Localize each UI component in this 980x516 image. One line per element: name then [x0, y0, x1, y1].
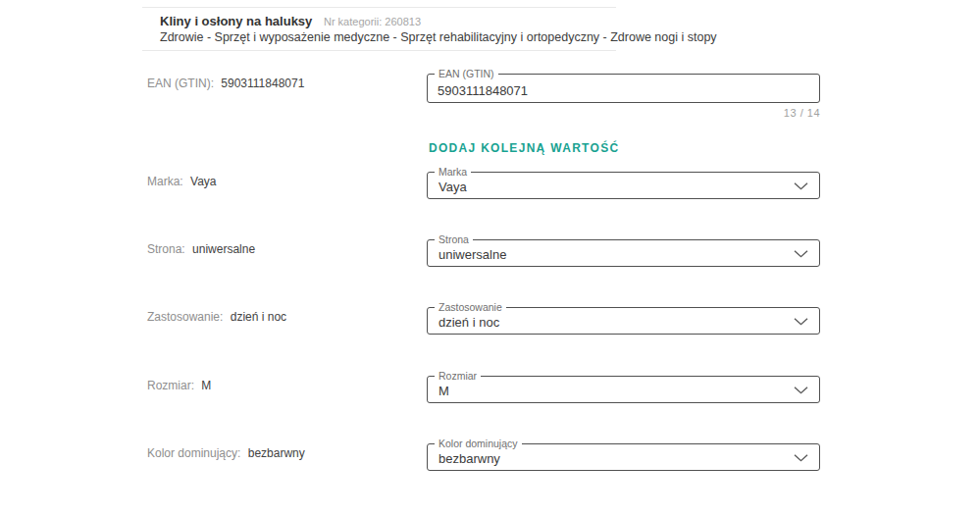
attribute-summary-zastosowanie: Zastosowanie: dzień i noc	[147, 310, 286, 324]
ean-summary-value: 5903111848071	[221, 77, 304, 90]
dropdown-value: dzień i noc	[438, 316, 499, 330]
chevron-down-icon	[794, 454, 808, 462]
dropdown-value: Vaya	[438, 181, 467, 194]
dropdown-label: Strona	[435, 234, 473, 245]
dropdown-kolor-dominujacy[interactable]: Kolor dominujący bezbarwny	[427, 443, 820, 471]
chevron-down-icon	[794, 318, 808, 326]
ean-counter: 13 / 14	[427, 107, 820, 119]
category-number: Nr kategorii: 260813	[324, 16, 421, 27]
category-breadcrumb: Zdrowie - Sprzęt i wyposażenie medyczne …	[160, 30, 616, 45]
attribute-summary-label: Zastosowanie:	[147, 310, 223, 324]
ean-summary-label: EAN (GTIN):	[147, 77, 214, 90]
chevron-down-icon	[794, 250, 808, 258]
dropdown-value: uniwersalne	[438, 248, 506, 262]
chevron-down-icon	[794, 182, 808, 190]
attribute-summary-rozmiar: Rozmiar: M	[147, 379, 211, 392]
dropdown-label: Rozmiar	[435, 371, 481, 382]
chevron-down-icon	[794, 387, 808, 394]
category-header: Kliny i osłony na haluksy Nr kategorii: …	[142, 7, 616, 51]
attribute-summary-value: bezbarwny	[248, 446, 305, 460]
attribute-summary-value: Vaya	[190, 175, 216, 188]
dropdown-rozmiar[interactable]: Rozmiar M	[427, 376, 820, 403]
dropdown-label: Marka	[435, 167, 471, 178]
dropdown-value: bezbarwny	[438, 452, 500, 466]
category-title-line: Kliny i osłony na haluksy Nr kategorii: …	[160, 14, 616, 29]
attribute-summary-label: Rozmiar:	[147, 379, 194, 392]
ean-summary: EAN (GTIN): 5903111848071	[147, 77, 304, 90]
attribute-summary-value: dzień i noc	[231, 310, 286, 324]
dropdown-zastosowanie[interactable]: Zastosowanie dzień i noc	[427, 307, 820, 335]
dropdown-value: M	[438, 385, 449, 398]
attribute-summary-label: Kolor dominujący:	[147, 446, 240, 460]
ean-input[interactable]	[428, 75, 819, 102]
dropdown-label: Zastosowanie	[435, 302, 506, 313]
dropdown-strona[interactable]: Strona uniwersalne	[427, 239, 820, 267]
dropdown-marka[interactable]: Marka Vaya	[427, 172, 820, 199]
attribute-summary-strona: Strona: uniwersalne	[147, 242, 255, 256]
ean-field: EAN (GTIN)	[427, 74, 820, 103]
attribute-edit-page: { "header": { "category_name": "Kliny i …	[0, 0, 980, 516]
dropdown-label: Kolor dominujący	[435, 439, 522, 449]
add-another-value-button[interactable]: DODAJ KOLEJNĄ WARTOŚĆ	[429, 141, 619, 155]
attribute-summary-value: uniwersalne	[192, 242, 255, 256]
attribute-summary-marka: Marka: Vaya	[147, 175, 217, 188]
attribute-summary-kolor-dominujacy: Kolor dominujący: bezbarwny	[147, 446, 305, 460]
attribute-summary-value: M	[201, 379, 211, 392]
attribute-summary-label: Marka:	[147, 175, 183, 188]
attribute-summary-label: Strona:	[147, 242, 185, 256]
category-title: Kliny i osłony na haluksy	[160, 14, 312, 28]
